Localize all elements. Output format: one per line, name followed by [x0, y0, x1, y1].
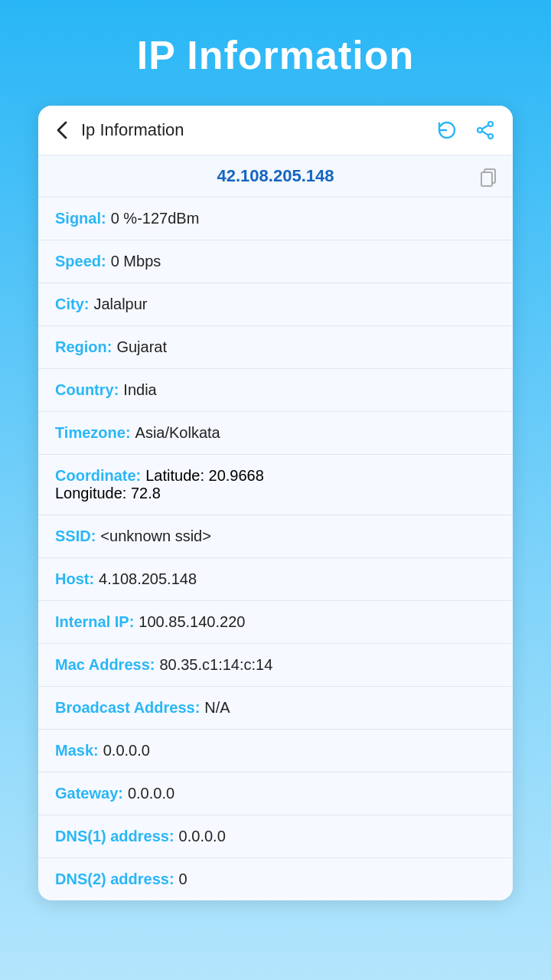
card-header-title: Ip Information — [81, 120, 433, 140]
info-rows-container: Signal:0 %-127dBmSpeed:0 MbpsCity:Jalalp… — [38, 198, 513, 900]
info-value: N/A — [204, 699, 230, 717]
info-value: 0 — [179, 871, 187, 888]
info-row: Gateway:0.0.0.0 — [38, 773, 513, 815]
info-label: Mask: — [55, 742, 99, 760]
info-value: 0.0.0.0 — [179, 828, 226, 845]
back-button[interactable] — [52, 119, 73, 141]
info-label: Region: — [55, 338, 112, 356]
info-label: DNS(1) address: — [55, 828, 174, 845]
info-label: Coordinate: — [55, 467, 141, 484]
info-row: DNS(2) address:0 — [38, 858, 513, 900]
svg-rect-6 — [481, 172, 492, 186]
info-label: Host: — [55, 570, 94, 588]
info-row: Host:4.108.205.148 — [38, 558, 513, 601]
ip-address-value: 42.108.205.148 — [52, 166, 499, 186]
info-row: Mac Address:80.35.c1:14:c:14 — [38, 644, 513, 687]
info-label: Internal IP: — [55, 613, 134, 631]
ip-address-row: 42.108.205.148 — [38, 155, 513, 198]
info-row: Speed:0 Mbps — [38, 240, 513, 283]
info-row: Region:Gujarat — [38, 326, 513, 369]
info-label: Speed: — [55, 253, 106, 270]
page-title: IP Information — [122, 0, 430, 106]
info-label: DNS(2) address: — [55, 871, 174, 888]
info-label: City: — [55, 296, 89, 313]
info-value: Asia/Kolkata — [135, 424, 220, 442]
info-value: 80.35.c1:14:c:14 — [159, 656, 272, 674]
info-row: Coordinate:Latitude: 20.9668 Longitude: … — [38, 455, 513, 515]
info-value: Jalalpur — [93, 296, 147, 313]
info-value: Gujarat — [116, 338, 167, 356]
card-header: Ip Information — [38, 106, 513, 155]
info-row: Timezone:Asia/Kolkata — [38, 412, 513, 455]
info-label: Mac Address: — [55, 656, 155, 674]
info-value: 0 Mbps — [111, 253, 161, 270]
info-row: Country:India — [38, 369, 513, 412]
info-label: Timezone: — [55, 424, 131, 442]
info-label: Broadcast Address: — [55, 699, 200, 717]
info-label: Signal: — [55, 210, 106, 227]
refresh-icon — [436, 119, 458, 141]
share-icon — [474, 119, 496, 141]
info-value: 0.0.0.0 — [128, 785, 174, 802]
info-value: India — [123, 381, 156, 399]
info-card: Ip Information 42.108.205.148 — [38, 106, 513, 900]
info-value: 0.0.0.0 — [103, 742, 150, 760]
info-label: Gateway: — [55, 785, 123, 802]
info-row: DNS(1) address:0.0.0.0 — [38, 815, 513, 858]
info-label: Country: — [55, 381, 119, 399]
coordinate-line: Coordinate:Latitude: 20.9668 — [55, 467, 264, 485]
info-row: Signal:0 %-127dBm — [38, 198, 513, 240]
back-arrow-icon — [52, 119, 73, 141]
coordinate-line: Longitude: 72.8 — [55, 485, 264, 502]
info-row: Broadcast Address:N/A — [38, 687, 513, 730]
info-label: SSID: — [55, 528, 96, 545]
info-row: Mask:0.0.0.0 — [38, 730, 513, 773]
copy-icon — [478, 165, 499, 187]
info-value: Coordinate:Latitude: 20.9668 Longitude: … — [55, 467, 264, 502]
refresh-button[interactable] — [433, 116, 461, 144]
share-button[interactable] — [471, 116, 499, 144]
svg-line-3 — [482, 126, 488, 129]
info-value: 4.108.205.148 — [99, 570, 197, 588]
svg-line-4 — [482, 132, 488, 136]
info-row: SSID:<unknown ssid> — [38, 515, 513, 558]
info-value: 100.85.140.220 — [139, 613, 245, 631]
copy-button[interactable] — [478, 165, 499, 187]
info-value: <unknown ssid> — [100, 528, 211, 545]
info-value: 0 %-127dBm — [111, 210, 200, 227]
info-row: City:Jalalpur — [38, 283, 513, 326]
info-row: Internal IP:100.85.140.220 — [38, 601, 513, 644]
